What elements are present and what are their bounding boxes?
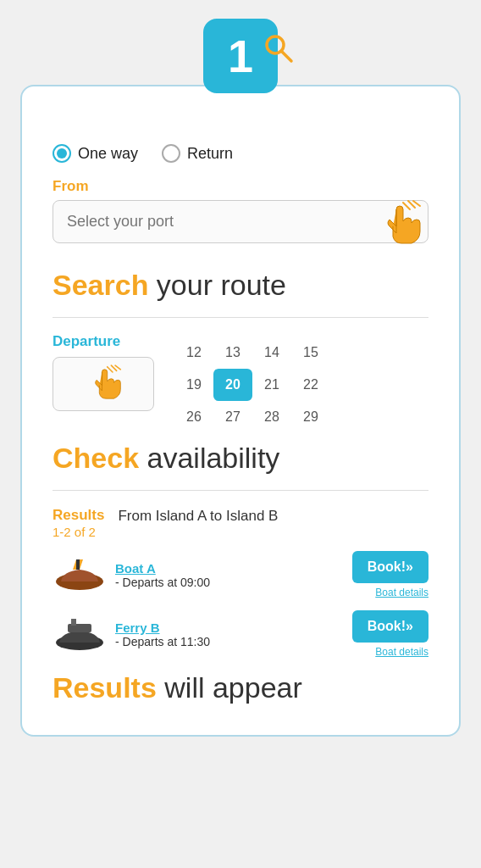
cal-cell[interactable]: 22	[291, 369, 330, 401]
departure-section: Departure	[53, 333, 428, 433]
svg-line-4	[413, 201, 420, 206]
boat-row-2: Ferry B - Departs at 11:30 Book!» Boat d…	[53, 610, 428, 658]
results-section: Results 1-2 of 2 From Island A to Island…	[53, 506, 428, 658]
ferry-b-icon	[53, 615, 107, 653]
cal-row-1: 12 13 14 15	[174, 337, 428, 369]
results-header: Results 1-2 of 2 From Island A to Island…	[53, 506, 428, 539]
from-label: From	[53, 178, 428, 195]
search-suffix: your route	[148, 269, 286, 301]
departure-left: Departure	[53, 333, 154, 411]
search-route-text: Search your route	[53, 269, 428, 302]
cal-cell[interactable]: 21	[252, 369, 291, 401]
cal-cell[interactable]: 29	[291, 401, 330, 433]
results-count: 1-2 of 2	[53, 525, 104, 539]
cal-cell[interactable]: 12	[174, 337, 213, 369]
check-suffix: availability	[139, 442, 279, 474]
svg-line-5	[108, 367, 113, 372]
ferry-b-info: Ferry B - Departs at 11:30	[115, 620, 344, 648]
port-input-row	[53, 200, 428, 243]
cal-cell[interactable]: 26	[174, 401, 213, 433]
results-route: From Island A to Island B	[118, 506, 278, 525]
svg-line-7	[115, 365, 120, 370]
cal-cell[interactable]: 28	[252, 401, 291, 433]
cal-cell-selected[interactable]: 20	[213, 369, 252, 401]
boat-a-book-col: Book!» Boat details	[352, 551, 428, 598]
divider-2	[53, 490, 428, 491]
step-number: 1	[228, 33, 253, 79]
ferry-b-name[interactable]: Ferry B	[115, 620, 344, 635]
results-label: Results	[53, 506, 104, 525]
cal-row-2: 19 20 21 22	[174, 369, 428, 401]
one-way-option[interactable]: One way	[53, 144, 138, 163]
return-radio[interactable]	[162, 144, 180, 163]
return-label: Return	[187, 145, 233, 163]
cal-cell[interactable]: 13	[213, 337, 252, 369]
boat-a-name[interactable]: Boat A	[115, 561, 344, 576]
departure-hand-icon	[82, 363, 124, 405]
cal-cell[interactable]: 19	[174, 369, 213, 401]
departure-box[interactable]	[53, 357, 154, 411]
book-a-button[interactable]: Book!»	[352, 551, 428, 583]
cal-cell[interactable]: 14	[252, 337, 291, 369]
ferry-b-details-link[interactable]: Boat details	[375, 646, 428, 658]
svg-line-2	[403, 203, 410, 209]
results-label-group: Results 1-2 of 2	[53, 506, 104, 539]
divider-1	[53, 317, 428, 318]
one-way-radio[interactable]	[53, 144, 71, 163]
boat-row-1: Boat A - Departs at 09:00 Book!» Boat de…	[53, 551, 428, 598]
ferry-b-book-col: Book!» Boat details	[352, 610, 428, 658]
results-will-appear-text: Results will appear	[53, 671, 428, 704]
svg-line-1	[281, 51, 291, 61]
cal-cell[interactable]: 15	[291, 337, 330, 369]
results-highlight: Results	[53, 671, 157, 704]
click-hand-icon	[371, 198, 425, 255]
check-availability-text: Check availability	[53, 442, 428, 475]
ferry-b-departs: - Departs at 11:30	[115, 635, 344, 648]
radio-group: One way Return	[53, 144, 428, 163]
book-b-button[interactable]: Book!»	[352, 610, 428, 643]
search-icon	[263, 32, 295, 68]
boat-a-departs: - Departs at 09:00	[115, 576, 344, 589]
return-option[interactable]: Return	[162, 144, 233, 163]
cal-row-3: 26 27 28 29	[174, 401, 428, 433]
main-card: One way Return From	[20, 85, 461, 737]
calendar-grid: 12 13 14 15 19 20 21 22 26 27 28	[174, 333, 428, 433]
boat-a-icon	[53, 556, 107, 593]
check-highlight: Check	[53, 442, 139, 474]
search-highlight: Search	[53, 269, 148, 301]
departure-label: Departure	[53, 333, 154, 350]
cal-cell[interactable]: 27	[213, 401, 252, 433]
results-suffix: will appear	[157, 671, 302, 704]
svg-rect-12	[71, 619, 76, 626]
boat-a-info: Boat A - Departs at 09:00	[115, 561, 344, 589]
one-way-label: One way	[78, 145, 138, 163]
boat-a-details-link[interactable]: Boat details	[375, 587, 428, 598]
svg-rect-9	[76, 559, 80, 570]
